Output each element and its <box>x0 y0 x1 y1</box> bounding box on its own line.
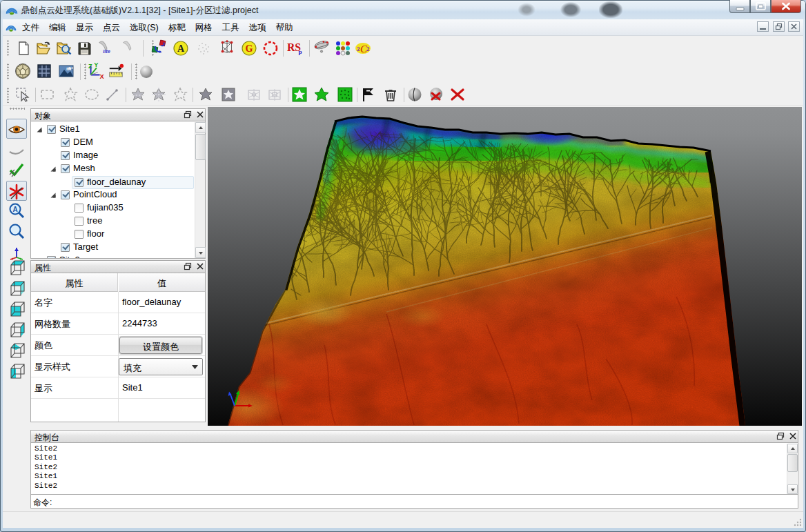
svg-text:A: A <box>177 43 185 54</box>
svg-text:Y: Y <box>94 62 98 68</box>
svg-text:A: A <box>12 206 17 213</box>
svg-text:m³: m³ <box>66 66 73 72</box>
svg-text:p: p <box>299 48 302 55</box>
svg-text:Z: Z <box>88 63 92 70</box>
svg-text:G: G <box>246 43 253 54</box>
svg-text:lite: lite <box>103 48 110 55</box>
svg-text:2: 2 <box>366 46 370 52</box>
svg-text:X: X <box>100 73 104 79</box>
